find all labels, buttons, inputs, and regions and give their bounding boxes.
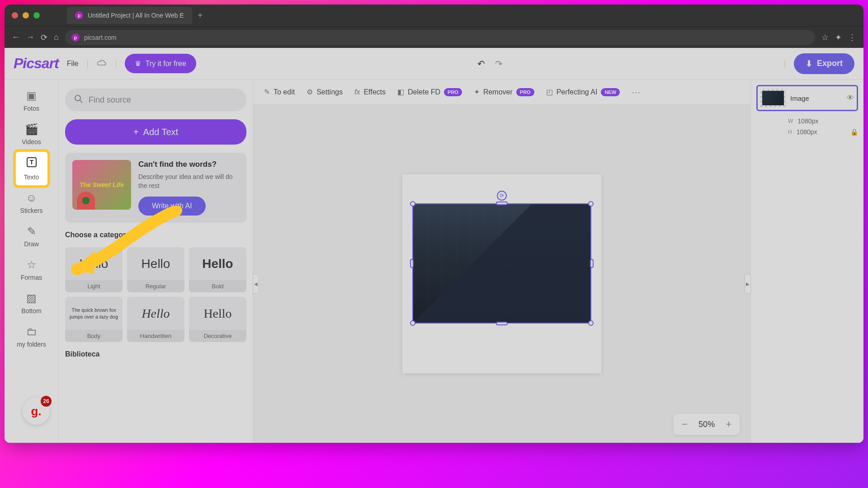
home-button[interactable]: ⌂ [54, 33, 59, 42]
browser-tab[interactable]: p Untitled Project | All In One Web E [67, 7, 192, 24]
effects-icon: fx [354, 88, 360, 96]
export-label: Export [817, 59, 843, 68]
forward-button[interactable]: → [26, 33, 34, 42]
settings-icon: ⚙ [307, 88, 313, 96]
resize-handle-mt[interactable] [496, 202, 508, 205]
extensions-icon[interactable]: ✦ [835, 33, 842, 42]
try-free-button[interactable]: ♛ Try it for free [125, 54, 196, 73]
style-card-bold[interactable]: HelloBold [189, 247, 246, 292]
rail-label: Formas [21, 274, 42, 281]
minimize-window-button[interactable] [23, 12, 29, 19]
logo[interactable]: Picsart [14, 55, 59, 72]
artboard[interactable]: ⟳ [402, 174, 601, 373]
resize-handle-tl[interactable] [410, 201, 415, 206]
resize-handle-tr[interactable] [588, 201, 594, 206]
canvas-stage[interactable]: ◀ ▶ ⟳ − [253, 105, 750, 443]
style-card-light[interactable]: HelloLight [65, 247, 123, 292]
style-label: Decorative [189, 330, 246, 342]
layer-card[interactable]: Image 👁 [756, 85, 858, 111]
rail-item-fotos[interactable]: ▣ Fotos [16, 85, 47, 117]
cloud-sync-icon[interactable] [97, 59, 107, 68]
resize-handle-bl[interactable] [410, 320, 415, 326]
lock-aspect-icon[interactable]: 🔒 [850, 128, 858, 136]
undo-button[interactable]: ↶ [477, 58, 485, 69]
photos-icon: ▣ [26, 89, 37, 102]
crown-icon: ♛ [135, 59, 141, 68]
height-value: 1080px [797, 128, 817, 136]
toolbar-remover[interactable]: ✦ Remover PRO [474, 88, 534, 96]
redo-button[interactable]: ↷ [495, 58, 503, 69]
side-panel: Find source + Add Text The Sweet Life Ca… [59, 80, 253, 443]
category-title: Choose a category [65, 231, 246, 239]
export-button[interactable]: ⬇ Export [794, 53, 854, 74]
zoom-in-button[interactable]: + [726, 418, 731, 430]
rail-label: Bottom [21, 307, 41, 314]
app-body: ▣ Fotos 🎬 Videos T Texto ☺ Stickers ✎ Dr… [5, 80, 863, 443]
svg-point-2 [75, 95, 80, 101]
toolbar-settings[interactable]: ⚙ Settings [307, 88, 343, 96]
style-preview: Hello [203, 297, 231, 330]
toolbar-effects[interactable]: fx Effects [354, 88, 386, 96]
style-preview: Hello [142, 247, 170, 280]
style-card-body[interactable]: The quick brown fox jumps over a lazy do… [65, 297, 123, 342]
toolbar-perfecting-ai[interactable]: ◰ Perfecting AI NEW [546, 88, 620, 96]
rail-item-draw[interactable]: ✎ Draw [16, 221, 47, 252]
zoom-controls: − 50% + [674, 414, 740, 435]
file-menu[interactable]: File [67, 60, 79, 68]
browser-menu-icon[interactable]: ⋮ [848, 33, 856, 42]
rail-label: Texto [24, 174, 39, 181]
guide-badge[interactable]: g. [23, 398, 50, 425]
add-text-button[interactable]: + Add Text [65, 119, 246, 145]
collapse-left-handle[interactable]: ◀ [253, 274, 259, 294]
dimensions: W 1080px H 1080px 🔒 [756, 117, 858, 136]
style-card-handwritten[interactable]: HelloHandwritten [127, 297, 184, 342]
rotate-handle[interactable]: ⟳ [497, 191, 507, 201]
shapes-icon: ☆ [27, 258, 37, 271]
selected-image[interactable]: ⟳ [412, 203, 591, 324]
rail-item-my-folders[interactable]: 🗀 my folders [16, 321, 47, 352]
url-input[interactable]: p picsart.com [65, 30, 815, 45]
resize-handle-mb[interactable] [496, 322, 508, 325]
background-icon: ▨ [26, 292, 37, 305]
toolbar-more-button[interactable]: ⋯ [632, 87, 641, 98]
write-with-ai-button[interactable]: Write with AI [138, 197, 206, 216]
ai-button-label: Write with AI [152, 202, 192, 210]
svg-line-3 [80, 100, 82, 103]
toolbar-delete-fd[interactable]: ◧ Delete FD PRO [397, 88, 462, 96]
rail-item-stickers[interactable]: ☺ Stickers [16, 187, 47, 219]
width-label: W [788, 118, 793, 124]
reload-button[interactable]: ⟳ [41, 33, 47, 42]
rail-item-bottom[interactable]: ▨ Bottom [16, 287, 47, 319]
resize-handle-ml[interactable] [410, 259, 414, 268]
svg-text:T: T [29, 159, 33, 166]
search-input[interactable]: Find source [65, 89, 246, 111]
rail-item-formas[interactable]: ☆ Formas [16, 254, 47, 286]
edit-icon: ✎ [264, 88, 270, 96]
rail-label: Videos [22, 138, 41, 145]
visibility-icon[interactable]: 👁 [847, 94, 854, 102]
titlebar: p Untitled Project | All In One Web E + [5, 5, 863, 26]
rail-item-texto[interactable]: T Texto [16, 152, 47, 185]
style-card-decorative[interactable]: HelloDecorative [189, 297, 246, 342]
perfecting-ai-label: Perfecting AI [557, 88, 598, 96]
library-title: Biblioteca [65, 350, 246, 358]
pro-badge: PRO [444, 88, 462, 96]
rail-item-videos[interactable]: 🎬 Videos [16, 118, 47, 150]
collapse-right-handle[interactable]: ▶ [745, 274, 751, 294]
width-value: 1080px [797, 117, 818, 125]
maximize-window-button[interactable] [33, 12, 40, 19]
app-header: Picsart File | | ♛ Try it for free ↶ ↷ |… [5, 48, 863, 80]
style-preview: Hello [142, 297, 170, 330]
zoom-out-button[interactable]: − [682, 418, 688, 430]
close-window-button[interactable] [12, 12, 18, 19]
right-panel: Image 👁 W 1080px H 1080px 🔒 [750, 80, 863, 443]
resize-handle-br[interactable] [588, 320, 594, 326]
url-text: picsart.com [84, 34, 117, 41]
bookmark-icon[interactable]: ☆ [821, 33, 829, 42]
style-label: Handwritten [127, 330, 184, 342]
new-tab-button[interactable]: + [198, 10, 203, 21]
resize-handle-mr[interactable] [590, 259, 594, 268]
style-card-regular[interactable]: HelloRegular [127, 247, 184, 292]
back-button[interactable]: ← [12, 33, 20, 42]
toolbar-to-edit[interactable]: ✎ To edit [264, 88, 295, 96]
